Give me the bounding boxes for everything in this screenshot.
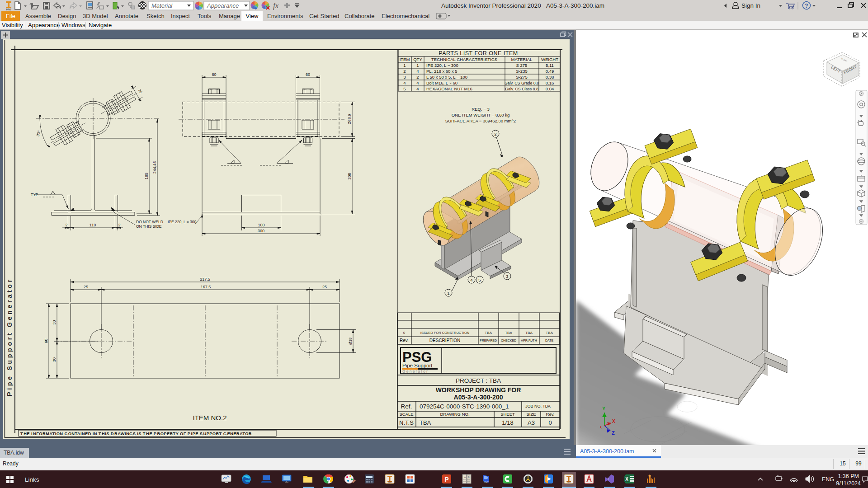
svg-text:4: 4 — [416, 69, 419, 74]
svg-text:TBA: TBA — [420, 419, 431, 426]
svg-text:ITEM NO.2: ITEM NO.2 — [193, 414, 226, 422]
svg-text:WORKSHOP DRAWING FOR: WORKSHOP DRAWING FOR — [436, 386, 521, 394]
svg-text:MATERIAL: MATERIAL — [511, 57, 533, 62]
svg-text:TBA: TBA — [546, 331, 553, 335]
svg-text:IPE 220, L = 300: IPE 220, L = 300 — [168, 220, 197, 224]
svg-text:2: 2 — [416, 75, 419, 80]
svg-text:3: 3 — [403, 75, 406, 80]
svg-text:4: 4 — [416, 86, 419, 91]
svg-text:Rev.: Rev. — [546, 412, 555, 417]
svg-text:S-235: S-235 — [516, 69, 527, 74]
svg-text:A3: A3 — [528, 419, 535, 426]
svg-text:HEXAGONAL NUT M16: HEXAGONAL NUT M16 — [426, 86, 472, 91]
svg-text:P: P — [444, 476, 448, 483]
svg-text:?: ? — [805, 3, 808, 9]
svg-text:5: 5 — [403, 86, 406, 91]
svg-text:in: in — [464, 476, 466, 479]
svg-text:25: 25 — [84, 285, 88, 289]
svg-text:APR/AUTH: APR/AUTH — [521, 339, 537, 342]
svg-text:9/11/2024: 9/11/2024 — [836, 480, 861, 487]
svg-text:4: 4 — [470, 277, 472, 282]
svg-text:30: 30 — [52, 320, 57, 324]
svg-text:5: 5 — [478, 277, 481, 282]
svg-text:60: 60 — [212, 72, 216, 77]
svg-text:JOB NO. TBA: JOB NO. TBA — [525, 404, 551, 408]
svg-text:60: 60 — [44, 338, 48, 343]
svg-text:0.38: 0.38 — [546, 75, 554, 80]
svg-text:DESCRIPTION: DESCRIPTION — [429, 338, 460, 343]
svg-text:T HE I NFORMATION C ONTAINED I: T HE I NFORMATION C ONTAINED IN T HIS D … — [20, 432, 252, 436]
svg-text:fx: fx — [273, 1, 279, 10]
svg-text:A05-3-A-300-200: A05-3-A-300-200 — [454, 394, 503, 401]
svg-text:ITEM: ITEM — [400, 57, 410, 62]
svg-text:Galv. CS Class 8.8: Galv. CS Class 8.8 — [505, 87, 538, 91]
svg-text:Appearance: Appearance — [207, 2, 239, 9]
svg-text:TYP.: TYP. — [31, 192, 39, 197]
svg-text:FFD: FFD — [388, 481, 392, 483]
svg-text:300: 300 — [258, 229, 264, 233]
svg-text:S 275: S 275 — [516, 63, 528, 68]
svg-text:30: 30 — [52, 357, 57, 362]
svg-text:0: 0 — [548, 419, 552, 426]
svg-text:TBA: TBA — [485, 331, 492, 335]
svg-text:SHEET: SHEET — [500, 412, 515, 417]
svg-text:L 50 x 50 x 5, L = 100: L 50 x 50 x 5, L = 100 — [426, 75, 467, 80]
svg-text:1/18: 1/18 — [502, 419, 513, 426]
svg-text:4: 4 — [403, 80, 406, 85]
svg-text:0: 0 — [403, 331, 406, 335]
svg-text:ENG: ENG — [822, 476, 834, 483]
svg-text:Ø88.9: Ø88.9 — [347, 114, 352, 124]
svg-text:PREPARED: PREPARED — [480, 339, 497, 342]
svg-text:200: 200 — [347, 173, 352, 179]
svg-text:195: 195 — [144, 173, 149, 179]
svg-text:Bolt M16, L ~ 60: Bolt M16, L ~ 60 — [426, 80, 458, 85]
svg-text:100: 100 — [258, 223, 264, 227]
svg-text:REV: REV — [484, 481, 488, 483]
svg-text:Material: Material — [151, 2, 173, 9]
svg-text:Rev.: Rev. — [400, 338, 409, 343]
svg-text:1: 1 — [447, 291, 449, 296]
svg-text:2: 2 — [65, 223, 67, 227]
svg-text:1: 1 — [416, 63, 419, 68]
svg-text:TBA: TBA — [505, 331, 512, 335]
svg-text:Ø18: Ø18 — [348, 338, 353, 345]
svg-text:S-275: S-275 — [516, 75, 527, 80]
svg-text:2: 2 — [494, 131, 496, 136]
svg-text:ONE ITEM WEIGHT = 8,60 kg: ONE ITEM WEIGHT = 8,60 kg — [452, 113, 509, 117]
svg-text:244,45: 244,45 — [152, 161, 157, 174]
svg-text:217.5: 217.5 — [200, 277, 210, 282]
svg-text:1: 1 — [403, 63, 406, 68]
svg-text:4: 4 — [416, 80, 419, 85]
svg-text:3: 3 — [506, 274, 508, 279]
svg-text:REQ. = 3: REQ. = 3 — [472, 107, 489, 112]
svg-text:PARTS LIST FOR ONE ITEM: PARTS LIST FOR ONE ITEM — [439, 50, 518, 56]
svg-text:Galv. CS Grade 8.8: Galv. CS Grade 8.8 — [505, 81, 539, 85]
svg-text:Z: Z — [612, 430, 615, 436]
svg-text:TBA: TBA — [525, 331, 533, 335]
svg-text:TBA.idw: TBA.idw — [4, 450, 24, 456]
svg-text:2: 2 — [403, 69, 406, 74]
svg-text:WEIGHT: WEIGHT — [541, 57, 558, 62]
svg-text:N.T.S: N.T.S — [399, 419, 414, 426]
svg-text:1:36 PM: 1:36 PM — [838, 473, 859, 479]
svg-text:25: 25 — [322, 285, 327, 289]
svg-text:0.16: 0.16 — [546, 80, 554, 85]
svg-text:Y: Y — [602, 406, 606, 411]
svg-text:ISSUED FOR CONSTRUCTION: ISSUED FOR CONSTRUCTION — [420, 331, 469, 335]
svg-text:Pipe Support Generator: Pipe Support Generator — [6, 277, 13, 396]
svg-text:DO NOT WELD: DO NOT WELD — [136, 220, 163, 224]
svg-text:Links: Links — [25, 476, 39, 483]
svg-text:5,11: 5,11 — [546, 63, 554, 68]
svg-text:60: 60 — [306, 72, 310, 77]
svg-text:0.04: 0.04 — [546, 86, 554, 91]
svg-text:PRO: PRO — [6, 8, 11, 11]
svg-text:110: 110 — [90, 223, 96, 227]
svg-text:Generator: Generator — [402, 369, 429, 374]
svg-text:D83: D83 — [567, 481, 571, 483]
svg-text:Pipe Support: Pipe Support — [402, 363, 433, 368]
svg-text:PROJECT : TBA: PROJECT : TBA — [456, 377, 501, 384]
svg-text:167.5: 167.5 — [201, 285, 211, 289]
svg-text:SCALE: SCALE — [399, 412, 413, 417]
svg-text:079254C-0000-STC-1390-000_1: 079254C-0000-STC-1390-000_1 — [420, 403, 509, 410]
svg-text:0.49: 0.49 — [546, 69, 554, 74]
